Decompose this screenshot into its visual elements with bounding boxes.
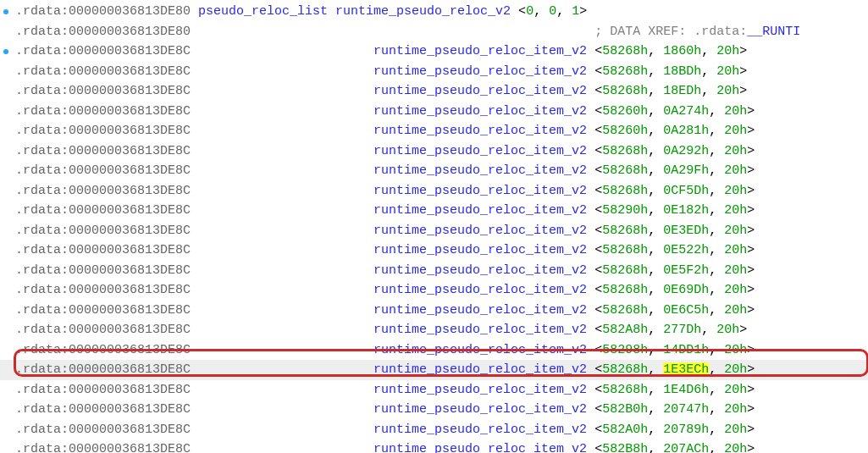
value: 58268h bbox=[602, 383, 648, 397]
value: 20h bbox=[724, 104, 747, 119]
value: 582A0h bbox=[602, 423, 648, 437]
value: 20h bbox=[724, 303, 747, 318]
reloc-item-row[interactable]: .rdata:000000036813DE8C runtime_pseudo_r… bbox=[0, 320, 868, 340]
type-name: runtime_pseudo_reloc_item_v2 bbox=[373, 263, 594, 278]
xref-row[interactable]: .rdata:000000036813DE80 ; DATA XREF: .rd… bbox=[0, 22, 868, 42]
value: 582B8h bbox=[602, 442, 648, 453]
reloc-item-row[interactable]: .rdata:000000036813DE8C runtime_pseudo_r… bbox=[0, 261, 868, 281]
value: 20h bbox=[716, 323, 739, 337]
value: 0A29Fh bbox=[663, 163, 709, 178]
value: 58298h bbox=[602, 343, 648, 357]
segment-address: .rdata:000000036813DE8C bbox=[15, 283, 373, 297]
value: 58268h bbox=[602, 362, 648, 377]
value: 0A281h bbox=[663, 124, 709, 138]
disasm-listing[interactable]: .rdata:000000036813DE80 pseudo_reloc_lis… bbox=[0, 0, 868, 453]
type-name: runtime_pseudo_reloc_item_v2 bbox=[373, 343, 594, 357]
value: 277Dh bbox=[663, 323, 701, 337]
value: 1E4D6h bbox=[663, 383, 709, 397]
reloc-item-row[interactable]: .rdata:000000036813DE8C runtime_pseudo_r… bbox=[0, 102, 868, 122]
reloc-item-row[interactable]: .rdata:000000036813DE8C runtime_pseudo_r… bbox=[0, 62, 868, 82]
reloc-item-row[interactable]: .rdata:000000036813DE8C runtime_pseudo_r… bbox=[0, 400, 868, 420]
value: 20h bbox=[724, 343, 747, 357]
value: 58268h bbox=[602, 303, 648, 318]
value: 58268h bbox=[602, 263, 648, 278]
reloc-item-row[interactable]: .rdata:000000036813DE8C runtime_pseudo_r… bbox=[0, 240, 868, 261]
type-name: runtime_pseudo_reloc_item_v2 bbox=[373, 203, 594, 218]
value: 20h bbox=[724, 163, 747, 178]
value: 14DD1h bbox=[663, 343, 709, 357]
reloc-item-row[interactable]: .rdata:000000036813DE8C runtime_pseudo_r… bbox=[0, 340, 868, 361]
type-name: runtime_pseudo_reloc_item_v2 bbox=[373, 144, 594, 158]
segment-address: .rdata:000000036813DE8C bbox=[15, 343, 373, 357]
breakpoint-dot-icon bbox=[3, 49, 8, 54]
value: 582B0h bbox=[602, 402, 648, 417]
type-name: runtime_pseudo_reloc_item_v2 bbox=[373, 283, 594, 297]
segment-address: .rdata:000000036813DE8C bbox=[15, 104, 373, 119]
value: 20h bbox=[724, 263, 747, 278]
value: 0E522h bbox=[663, 243, 709, 257]
reloc-item-row[interactable]: .rdata:000000036813DE8C runtime_pseudo_r… bbox=[0, 280, 868, 301]
value: 20h bbox=[724, 383, 747, 397]
value: 20h bbox=[724, 184, 747, 198]
segment-address: .rdata:000000036813DE8C bbox=[15, 224, 373, 238]
type-name: runtime_pseudo_reloc_item_v2 bbox=[373, 104, 594, 119]
segment-address: .rdata:000000036813DE8C bbox=[15, 423, 373, 437]
segment-address: .rdata:000000036813DE8C bbox=[15, 402, 373, 417]
value: 0E182h bbox=[663, 203, 709, 218]
header-row[interactable]: .rdata:000000036813DE80 pseudo_reloc_lis… bbox=[0, 2, 868, 22]
value: 0 bbox=[526, 4, 534, 19]
segment-address: .rdata:000000036813DE80 bbox=[15, 25, 594, 39]
type-name: runtime_pseudo_reloc_item_v2 bbox=[373, 64, 594, 79]
reloc-item-row[interactable]: .rdata:000000036813DE8C runtime_pseudo_r… bbox=[0, 360, 868, 380]
value: 0 bbox=[549, 4, 556, 19]
value: 0E5F2h bbox=[663, 263, 709, 278]
reloc-item-row[interactable]: .rdata:000000036813DE8C runtime_pseudo_r… bbox=[0, 201, 868, 221]
reloc-item-row[interactable]: .rdata:000000036813DE8C runtime_pseudo_r… bbox=[0, 121, 868, 141]
type-name: runtime_pseudo_reloc_item_v2 bbox=[373, 224, 594, 238]
value: 20h bbox=[724, 283, 747, 297]
value: 0CF5Dh bbox=[663, 184, 709, 198]
value: 207ACh bbox=[663, 442, 709, 453]
segment-address: .rdata:000000036813DE8C bbox=[15, 442, 373, 453]
value: 58268h bbox=[602, 243, 648, 257]
value: 582A8h bbox=[602, 323, 648, 337]
value: 0A274h bbox=[663, 104, 709, 119]
segment-address: .rdata:000000036813DE8C bbox=[15, 163, 373, 178]
reloc-item-row[interactable]: .rdata:000000036813DE8C runtime_pseudo_r… bbox=[0, 81, 868, 102]
reloc-item-row[interactable]: .rdata:000000036813DE8C runtime_pseudo_r… bbox=[0, 301, 868, 321]
xref-prefix: ; DATA XREF: bbox=[594, 25, 694, 39]
reloc-item-row[interactable]: .rdata:000000036813DE8C runtime_pseudo_r… bbox=[0, 141, 868, 162]
value: 20747h bbox=[663, 402, 709, 417]
xref-symbol[interactable]: __RUNTI bbox=[747, 25, 800, 39]
reloc-item-row[interactable]: .rdata:000000036813DE8C runtime_pseudo_r… bbox=[0, 420, 868, 440]
value: 58268h bbox=[602, 64, 648, 79]
value: 0A292h bbox=[663, 144, 709, 158]
reloc-item-row[interactable]: .rdata:000000036813DE8C runtime_pseudo_r… bbox=[0, 439, 868, 453]
value: 20h bbox=[724, 442, 747, 453]
reloc-item-row[interactable]: .rdata:000000036813DE8C runtime_pseudo_r… bbox=[0, 161, 868, 181]
type-name: runtime_pseudo_reloc_item_v2 bbox=[373, 243, 594, 257]
value: 58268h bbox=[602, 224, 648, 238]
segment-address: .rdata:000000036813DE8C bbox=[15, 263, 373, 278]
type-name: runtime_pseudo_reloc_item_v2 bbox=[373, 383, 594, 397]
segment-address: .rdata:000000036813DE8C bbox=[15, 64, 373, 79]
value: 20h bbox=[716, 64, 739, 79]
reloc-item-row[interactable]: .rdata:000000036813DE8C runtime_pseudo_r… bbox=[0, 380, 868, 401]
type-name: pseudo_reloc_list runtime_pseudo_reloc_v… bbox=[198, 4, 518, 19]
segment-address: .rdata:000000036813DE8C bbox=[15, 44, 373, 58]
value: 58290h bbox=[602, 203, 648, 218]
value: 20h bbox=[724, 243, 747, 257]
value: 20h bbox=[724, 203, 747, 218]
reloc-item-row[interactable]: .rdata:000000036813DE8C runtime_pseudo_r… bbox=[0, 181, 868, 202]
reloc-item-row[interactable]: .rdata:000000036813DE8C runtime_pseudo_r… bbox=[0, 221, 868, 241]
segment-address: .rdata:000000036813DE8C bbox=[15, 184, 373, 198]
segment-address: .rdata:000000036813DE8C bbox=[15, 84, 373, 98]
value: 20h bbox=[724, 402, 747, 417]
segment-address: .rdata:000000036813DE8C bbox=[15, 243, 373, 257]
type-name: runtime_pseudo_reloc_item_v2 bbox=[373, 303, 594, 318]
value: 58268h bbox=[602, 184, 648, 198]
reloc-item-row[interactable]: .rdata:000000036813DE8C runtime_pseudo_r… bbox=[0, 41, 868, 62]
value: 20h bbox=[724, 224, 747, 238]
value: 58268h bbox=[602, 84, 648, 98]
type-name: runtime_pseudo_reloc_item_v2 bbox=[373, 423, 594, 437]
